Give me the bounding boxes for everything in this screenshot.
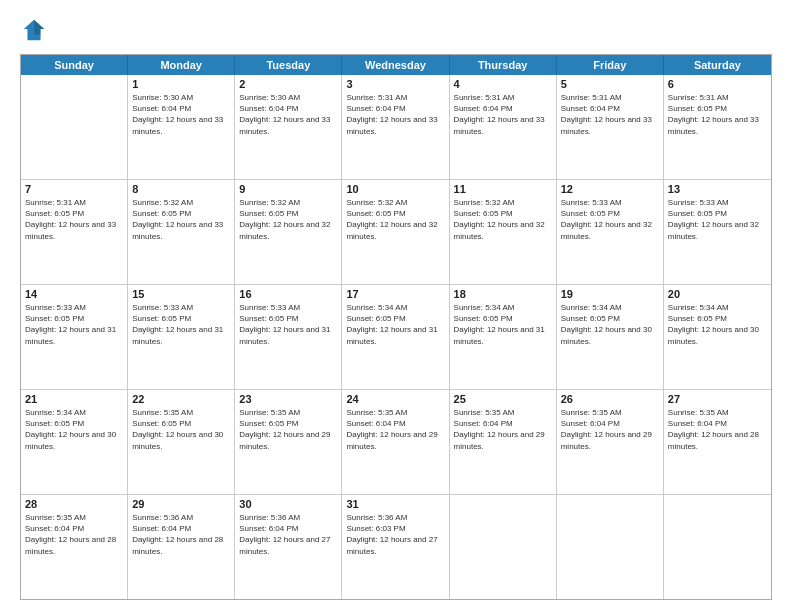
cell-info-line: Sunrise: 5:32 AM (132, 197, 230, 208)
calendar-cell: 26Sunrise: 5:35 AMSunset: 6:04 PMDayligh… (557, 390, 664, 494)
calendar-row: 21Sunrise: 5:34 AMSunset: 6:05 PMDayligh… (21, 390, 771, 495)
day-number: 13 (668, 183, 767, 195)
cell-info-line: Sunrise: 5:34 AM (25, 407, 123, 418)
day-number: 18 (454, 288, 552, 300)
calendar-cell: 21Sunrise: 5:34 AMSunset: 6:05 PMDayligh… (21, 390, 128, 494)
logo (20, 16, 52, 44)
cell-info-line: Sunset: 6:05 PM (561, 208, 659, 219)
cell-info-line: Daylight: 12 hours and 32 minutes. (454, 219, 552, 241)
cell-info-line: Daylight: 12 hours and 33 minutes. (132, 219, 230, 241)
calendar-cell: 13Sunrise: 5:33 AMSunset: 6:05 PMDayligh… (664, 180, 771, 284)
cell-info-line: Daylight: 12 hours and 31 minutes. (454, 324, 552, 346)
day-number: 9 (239, 183, 337, 195)
day-number: 28 (25, 498, 123, 510)
day-number: 23 (239, 393, 337, 405)
cell-info-line: Daylight: 12 hours and 31 minutes. (346, 324, 444, 346)
day-number: 7 (25, 183, 123, 195)
cell-info-line: Sunset: 6:05 PM (239, 208, 337, 219)
calendar-cell: 31Sunrise: 5:36 AMSunset: 6:03 PMDayligh… (342, 495, 449, 599)
weekday-header: Thursday (450, 55, 557, 75)
cell-info-line: Sunrise: 5:35 AM (668, 407, 767, 418)
weekday-header: Monday (128, 55, 235, 75)
day-number: 24 (346, 393, 444, 405)
cell-info-line: Daylight: 12 hours and 28 minutes. (25, 534, 123, 556)
cell-info-line: Daylight: 12 hours and 29 minutes. (454, 429, 552, 451)
day-number: 15 (132, 288, 230, 300)
day-number: 12 (561, 183, 659, 195)
calendar-cell: 30Sunrise: 5:36 AMSunset: 6:04 PMDayligh… (235, 495, 342, 599)
cell-info-line: Daylight: 12 hours and 27 minutes. (239, 534, 337, 556)
day-number: 2 (239, 78, 337, 90)
cell-info-line: Daylight: 12 hours and 32 minutes. (561, 219, 659, 241)
calendar-row: 28Sunrise: 5:35 AMSunset: 6:04 PMDayligh… (21, 495, 771, 599)
day-number: 16 (239, 288, 337, 300)
cell-info-line: Daylight: 12 hours and 33 minutes. (25, 219, 123, 241)
cell-info-line: Sunset: 6:05 PM (132, 313, 230, 324)
calendar: SundayMondayTuesdayWednesdayThursdayFrid… (20, 54, 772, 600)
cell-info-line: Daylight: 12 hours and 33 minutes. (132, 114, 230, 136)
cell-info-line: Daylight: 12 hours and 30 minutes. (561, 324, 659, 346)
cell-info-line: Sunrise: 5:34 AM (454, 302, 552, 313)
cell-info-line: Sunrise: 5:34 AM (668, 302, 767, 313)
day-number: 20 (668, 288, 767, 300)
day-number: 30 (239, 498, 337, 510)
calendar-cell: 29Sunrise: 5:36 AMSunset: 6:04 PMDayligh… (128, 495, 235, 599)
weekday-header: Tuesday (235, 55, 342, 75)
day-number: 1 (132, 78, 230, 90)
cell-info-line: Sunrise: 5:31 AM (346, 92, 444, 103)
cell-info-line: Sunrise: 5:35 AM (25, 512, 123, 523)
calendar-cell: 19Sunrise: 5:34 AMSunset: 6:05 PMDayligh… (557, 285, 664, 389)
cell-info-line: Daylight: 12 hours and 29 minutes. (561, 429, 659, 451)
cell-info-line: Daylight: 12 hours and 33 minutes. (239, 114, 337, 136)
day-number: 27 (668, 393, 767, 405)
cell-info-line: Daylight: 12 hours and 32 minutes. (239, 219, 337, 241)
cell-info-line: Sunrise: 5:32 AM (239, 197, 337, 208)
cell-info-line: Sunset: 6:04 PM (346, 103, 444, 114)
cell-info-line: Sunset: 6:04 PM (454, 103, 552, 114)
day-number: 5 (561, 78, 659, 90)
day-number: 29 (132, 498, 230, 510)
cell-info-line: Sunset: 6:05 PM (25, 418, 123, 429)
cell-info-line: Sunset: 6:04 PM (346, 418, 444, 429)
cell-info-line: Daylight: 12 hours and 30 minutes. (132, 429, 230, 451)
cell-info-line: Sunrise: 5:35 AM (561, 407, 659, 418)
cell-info-line: Daylight: 12 hours and 28 minutes. (132, 534, 230, 556)
cell-info-line: Sunrise: 5:33 AM (561, 197, 659, 208)
cell-info-line: Sunset: 6:05 PM (668, 313, 767, 324)
cell-info-line: Sunset: 6:05 PM (454, 208, 552, 219)
cell-info-line: Daylight: 12 hours and 27 minutes. (346, 534, 444, 556)
day-number: 14 (25, 288, 123, 300)
calendar-cell: 27Sunrise: 5:35 AMSunset: 6:04 PMDayligh… (664, 390, 771, 494)
cell-info-line: Sunset: 6:04 PM (25, 523, 123, 534)
calendar-row: 14Sunrise: 5:33 AMSunset: 6:05 PMDayligh… (21, 285, 771, 390)
cell-info-line: Sunset: 6:05 PM (346, 313, 444, 324)
weekday-header: Sunday (21, 55, 128, 75)
cell-info-line: Sunset: 6:04 PM (454, 418, 552, 429)
calendar-row: 1Sunrise: 5:30 AMSunset: 6:04 PMDaylight… (21, 75, 771, 180)
calendar-cell: 23Sunrise: 5:35 AMSunset: 6:05 PMDayligh… (235, 390, 342, 494)
cell-info-line: Sunset: 6:05 PM (239, 418, 337, 429)
calendar-cell: 1Sunrise: 5:30 AMSunset: 6:04 PMDaylight… (128, 75, 235, 179)
cell-info-line: Sunrise: 5:31 AM (454, 92, 552, 103)
cell-info-line: Daylight: 12 hours and 30 minutes. (668, 324, 767, 346)
cell-info-line: Sunset: 6:04 PM (132, 523, 230, 534)
cell-info-line: Daylight: 12 hours and 33 minutes. (454, 114, 552, 136)
cell-info-line: Sunset: 6:05 PM (561, 313, 659, 324)
cell-info-line: Daylight: 12 hours and 33 minutes. (561, 114, 659, 136)
calendar-cell (21, 75, 128, 179)
day-number: 25 (454, 393, 552, 405)
cell-info-line: Daylight: 12 hours and 31 minutes. (25, 324, 123, 346)
calendar-cell: 24Sunrise: 5:35 AMSunset: 6:04 PMDayligh… (342, 390, 449, 494)
calendar-cell: 17Sunrise: 5:34 AMSunset: 6:05 PMDayligh… (342, 285, 449, 389)
cell-info-line: Sunset: 6:05 PM (454, 313, 552, 324)
cell-info-line: Daylight: 12 hours and 31 minutes. (239, 324, 337, 346)
cell-info-line: Sunrise: 5:33 AM (668, 197, 767, 208)
calendar-cell: 12Sunrise: 5:33 AMSunset: 6:05 PMDayligh… (557, 180, 664, 284)
cell-info-line: Sunrise: 5:31 AM (25, 197, 123, 208)
calendar-cell: 2Sunrise: 5:30 AMSunset: 6:04 PMDaylight… (235, 75, 342, 179)
cell-info-line: Sunrise: 5:32 AM (346, 197, 444, 208)
cell-info-line: Sunset: 6:05 PM (132, 418, 230, 429)
day-number: 26 (561, 393, 659, 405)
day-number: 8 (132, 183, 230, 195)
cell-info-line: Sunrise: 5:34 AM (561, 302, 659, 313)
